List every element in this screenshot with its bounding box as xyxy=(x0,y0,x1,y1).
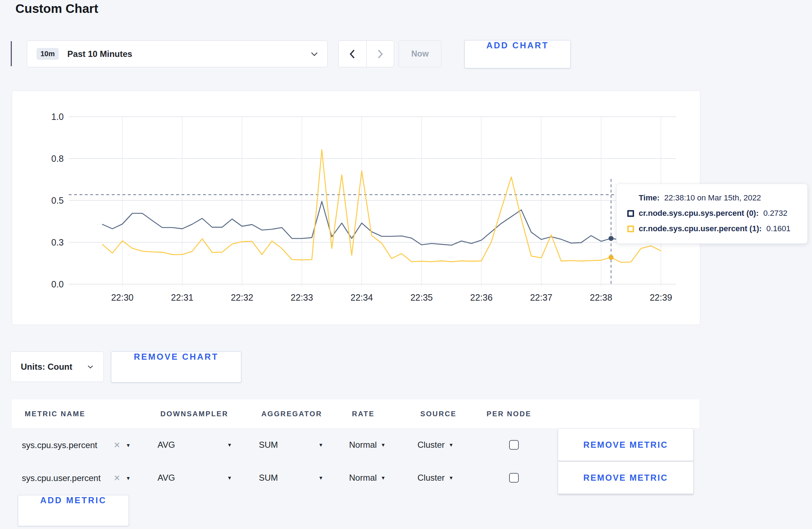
remove-chart-label: REMOVE CHART xyxy=(134,352,219,382)
x-tick-label: 22:37 xyxy=(530,292,552,302)
tooltip-time-row: Time: 22:38:10 on Mar 15th, 2022 xyxy=(627,193,797,203)
y-tick-label: 0.3 xyxy=(51,237,64,247)
tooltip-user-value: 0.1601 xyxy=(767,224,791,233)
x-tick-label: 22:34 xyxy=(351,292,373,302)
x-tick-label: 22:31 xyxy=(171,292,194,302)
x-tick-label: 22:39 xyxy=(650,292,672,302)
caret-down-icon: ▼ xyxy=(126,442,131,447)
metric-name-select[interactable]: sys.cpu.user.percent × ▼ xyxy=(22,473,131,483)
add-metric-label: ADD METRIC xyxy=(40,495,107,526)
aggregator-value: SUM xyxy=(259,440,278,450)
crosshair-dot-cr.node.sys.cpu.sys.percent xyxy=(609,236,614,241)
rate-value: Normal xyxy=(349,440,377,450)
clear-metric-icon[interactable]: × xyxy=(114,473,120,483)
source-value: Cluster xyxy=(417,440,445,450)
metric-name-value: sys.cpu.sys.percent xyxy=(22,440,97,450)
caret-down-icon: ▼ xyxy=(227,442,232,447)
aggregator-select[interactable]: SUM ▼ xyxy=(259,440,323,450)
custom-chart-page: Custom Chart 10m Past 10 Minutes Now ADD… xyxy=(0,0,812,529)
per-node-checkbox[interactable] xyxy=(509,440,519,450)
y-tick-label: 0.5 xyxy=(51,195,64,205)
x-tick-label: 22:30 xyxy=(111,292,134,302)
source-select[interactable]: Cluster ▼ xyxy=(417,473,454,483)
sys-series-swatch-icon xyxy=(627,210,634,217)
remove-metric-label: REMOVE METRIC xyxy=(583,440,668,450)
metric-row: sys.cpu.sys.percent × ▼ AVG ▼ SUM ▼ Norm… xyxy=(0,429,812,461)
aggregator-select[interactable]: SUM ▼ xyxy=(259,473,323,483)
y-tick-label: 1.0 xyxy=(51,112,64,122)
tooltip-user-label: cr.node.sys.cpu.user.percent (1): xyxy=(639,224,762,233)
x-tick-label: 22:38 xyxy=(590,292,613,302)
downsampler-select[interactable]: AVG ▼ xyxy=(158,440,232,450)
x-tick-label: 22:32 xyxy=(231,292,253,302)
caret-down-icon: ▼ xyxy=(126,475,131,480)
remove-metric-button[interactable]: REMOVE METRIC xyxy=(558,428,693,461)
rate-select[interactable]: Normal ▼ xyxy=(349,473,386,483)
tooltip-time-label: Time: xyxy=(639,193,659,203)
rate-select[interactable]: Normal ▼ xyxy=(349,440,386,450)
source-select[interactable]: Cluster ▼ xyxy=(417,440,454,450)
rate-value: Normal xyxy=(349,473,377,483)
caret-down-icon: ▼ xyxy=(381,442,386,447)
downsampler-value: AVG xyxy=(158,473,175,483)
metric-name-select[interactable]: sys.cpu.sys.percent × ▼ xyxy=(22,440,131,450)
tooltip-sys-label: cr.node.sys.cpu.sys.percent (0): xyxy=(639,209,759,218)
col-header-per-node: PER NODE xyxy=(487,410,531,418)
series-line-cr.node.sys.cpu.user.percent xyxy=(102,150,661,262)
aggregator-value: SUM xyxy=(259,473,278,483)
series-line-cr.node.sys.cpu.sys.percent xyxy=(102,202,661,245)
units-label: Units: Count xyxy=(21,362,72,372)
tooltip-series-row: cr.node.sys.cpu.user.percent (1): 0.1601 xyxy=(627,224,797,233)
col-header-aggregator: AGGREGATOR xyxy=(261,410,322,418)
x-tick-label: 22:35 xyxy=(410,292,433,302)
downsampler-value: AVG xyxy=(158,440,175,450)
x-tick-label: 22:36 xyxy=(470,292,493,302)
units-dropdown[interactable]: Units: Count xyxy=(10,351,104,382)
col-header-rate: RATE xyxy=(352,410,374,418)
crosshair-dot-cr.node.sys.cpu.user.percent xyxy=(609,255,614,260)
caret-down-icon: ▼ xyxy=(227,475,232,480)
y-tick-label: 0.8 xyxy=(51,154,64,164)
y-tick-label: 0.0 xyxy=(51,279,64,289)
x-tick-label: 22:33 xyxy=(291,292,313,302)
caret-down-icon: ▼ xyxy=(318,442,323,447)
tooltip-sys-value: 0.2732 xyxy=(763,209,787,218)
add-metric-button[interactable]: ADD METRIC xyxy=(18,495,129,526)
col-header-source: SOURCE xyxy=(420,410,456,418)
clear-metric-icon[interactable]: × xyxy=(114,440,120,450)
chevron-down-icon xyxy=(87,365,93,369)
caret-down-icon: ▼ xyxy=(381,475,386,480)
caret-down-icon: ▼ xyxy=(318,475,323,480)
tooltip-series-row: cr.node.sys.cpu.sys.percent (0): 0.2732 xyxy=(627,209,797,218)
metrics-table-header: METRIC NAME DOWNSAMPLER AGGREGATOR RATE … xyxy=(12,399,699,428)
metric-name-value: sys.cpu.user.percent xyxy=(22,473,101,483)
caret-down-icon: ▼ xyxy=(449,442,454,447)
remove-chart-button[interactable]: REMOVE CHART xyxy=(111,351,241,383)
per-node-checkbox[interactable] xyxy=(509,473,519,483)
col-header-metric-name: METRIC NAME xyxy=(25,410,86,418)
tooltip-time-value: 22:38:10 on Mar 15th, 2022 xyxy=(664,193,761,203)
caret-down-icon: ▼ xyxy=(449,475,454,480)
remove-metric-label: REMOVE METRIC xyxy=(583,473,668,483)
chart-tooltip: Time: 22:38:10 on Mar 15th, 2022 cr.node… xyxy=(616,184,808,244)
source-value: Cluster xyxy=(417,473,445,483)
remove-metric-button[interactable]: REMOVE METRIC xyxy=(558,461,693,494)
metric-row: sys.cpu.user.percent × ▼ AVG ▼ SUM ▼ Nor… xyxy=(0,462,812,494)
col-header-downsampler: DOWNSAMPLER xyxy=(160,410,228,418)
user-series-swatch-icon xyxy=(627,225,634,232)
downsampler-select[interactable]: AVG ▼ xyxy=(158,473,232,483)
